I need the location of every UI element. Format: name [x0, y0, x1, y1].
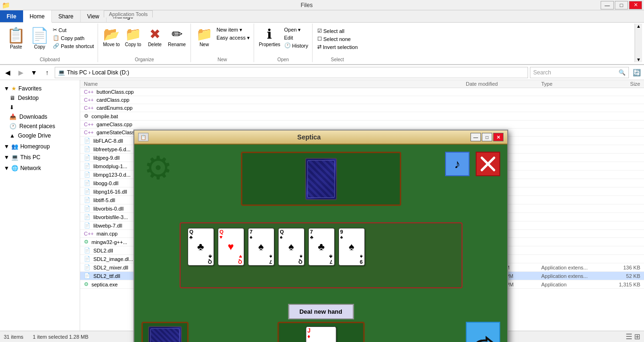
file-exe-icon: ⚙: [84, 281, 89, 287]
select-all-button[interactable]: ☑ Select all: [315, 27, 360, 34]
open-small-buttons: Open ▾ Edit 🕐 History: [283, 25, 309, 49]
cut-icon: ✂: [53, 27, 57, 33]
this-pc-header[interactable]: ▼ 💻 This PC: [0, 151, 80, 162]
file-row[interactable]: C++gameClass.cpp: [80, 121, 644, 129]
invert-selection-button[interactable]: ⇄ Invert selection: [315, 43, 360, 50]
window-controls: — □ ✕: [601, 1, 642, 9]
delete-button[interactable]: ✖ Delete: [144, 25, 165, 48]
select-none-button[interactable]: ☐ Select none: [315, 35, 360, 42]
game-maximize-button[interactable]: □: [482, 133, 492, 141]
sidebar-item-recent[interactable]: 🕐 Recent places: [0, 122, 80, 131]
search-bar[interactable]: Search 🔍: [530, 67, 629, 78]
sidebar-item-gdrive[interactable]: ▲ Google Drive: [0, 131, 80, 140]
scroll-down-btn[interactable]: ▼: [635, 57, 642, 62]
rename-button[interactable]: ✏ Rename: [166, 25, 188, 48]
undo-button[interactable]: [466, 322, 500, 342]
file-cpp-icon: C++: [84, 97, 94, 103]
game-system-menu[interactable]: 📋: [138, 133, 149, 141]
file-row[interactable]: C++cardClass.cpp: [80, 96, 644, 104]
sidebar-item-downloads[interactable]: ⬇: [0, 103, 80, 112]
file-dll-icon: 📄: [84, 197, 91, 203]
history-button[interactable]: 🕐 History: [283, 42, 309, 49]
properties-button[interactable]: ℹ Properties: [257, 25, 282, 48]
homegroup-header[interactable]: ▼ 👥 Homegroup: [0, 140, 80, 151]
move-to-label: Move to: [103, 42, 120, 47]
minimize-button[interactable]: —: [601, 1, 614, 9]
card-rank-top: 9♠: [340, 229, 363, 240]
easy-access-button[interactable]: Easy access ▾: [215, 34, 251, 41]
up-button[interactable]: ↑: [41, 67, 53, 78]
gear-icon[interactable]: ⚙: [144, 152, 173, 184]
copy-to-button[interactable]: 📁 Copy to: [123, 25, 143, 48]
card-9-spades[interactable]: 9♠ 9♠ ♠: [339, 228, 365, 266]
edit-button[interactable]: Edit: [283, 34, 309, 41]
favorites-header[interactable]: ▼ ★ Favorites: [0, 84, 80, 93]
tab-view[interactable]: View: [81, 10, 107, 22]
copy-button[interactable]: 📄 Copy: [28, 25, 51, 50]
played-card-j-diamonds: J♦ J♦ ♦: [305, 326, 336, 342]
card-rank-bottom: Q♣: [208, 254, 212, 264]
game-close-button[interactable]: ✕: [493, 133, 504, 141]
breadcrumb[interactable]: 💻 This PC › Local Disk (D:): [55, 67, 528, 78]
scroll-up-btn[interactable]: ▲: [635, 24, 642, 29]
deck-card-pattern: [150, 328, 180, 342]
recent-locations-button[interactable]: ▼: [28, 67, 40, 78]
organize-group: 📂 Move to 📁 Copy to ✖ Delete ✏ Rename Or…: [98, 24, 191, 62]
downloads-icon: ⬇: [9, 104, 14, 111]
paste-shortcut-icon: 🔗: [53, 43, 59, 49]
col-name-header: Name: [84, 81, 466, 87]
clipboard-group-label: Clipboard: [5, 57, 95, 62]
move-to-icon: 📂: [103, 26, 120, 42]
file-row[interactable]: C++buttonClass.cpp: [80, 88, 644, 96]
close-button[interactable]: ✕: [629, 1, 642, 9]
move-to-button[interactable]: 📂 Move to: [101, 25, 122, 48]
new-folder-button[interactable]: 📁 New: [194, 25, 215, 48]
network-icon: 🌐: [11, 165, 18, 171]
sidebar-item-desktop[interactable]: 🖥 Desktop: [0, 93, 80, 103]
sidebar-item-downloads-link[interactable]: 📥 Downloads: [0, 112, 80, 122]
ribbon-scrollbar[interactable]: ▲ ▼: [635, 24, 642, 62]
file-type-icon: C++: [84, 89, 94, 95]
deal-new-hand-button[interactable]: Deal new hand: [288, 304, 354, 319]
forward-button[interactable]: ▶: [15, 67, 26, 78]
card-7-clubs[interactable]: 7♣ 7♣ ♣: [308, 228, 335, 266]
paste-shortcut-button[interactable]: 🔗 Paste shortcut: [52, 42, 95, 49]
clipboard-buttons: 📋 Paste 📄 Copy ✂ Cut 📋 Copy path: [5, 24, 95, 57]
card-rank-top: Q♥: [220, 229, 242, 240]
card-q-clubs[interactable]: Q♣ Q♣ ♣: [188, 228, 214, 266]
card-q-spades[interactable]: Q♠ Q♠ ♠: [278, 228, 305, 266]
select-group-label: Select: [315, 57, 360, 62]
refresh-button[interactable]: 🔄: [631, 67, 642, 78]
tab-home[interactable]: Home: [23, 10, 52, 23]
grid-view-button[interactable]: ⊞: [634, 332, 640, 341]
music-button[interactable]: ♪: [445, 152, 470, 176]
back-button[interactable]: ◀: [2, 67, 13, 78]
game-minimize-button[interactable]: —: [471, 133, 481, 141]
maximize-button[interactable]: □: [615, 1, 628, 9]
card-rank-top: Q♠: [280, 229, 303, 240]
file-cpp-icon: C++: [84, 105, 94, 111]
new-group-label: New: [194, 57, 251, 62]
open-button[interactable]: Open ▾: [283, 26, 309, 33]
file-name-cell: C++gameClass.cpp: [84, 122, 466, 127]
clipboard-group: 📋 Paste 📄 Copy ✂ Cut 📋 Copy path: [2, 24, 98, 62]
homegroup-arrow-icon: ▼: [4, 143, 9, 150]
file-row[interactable]: C++cardEnums.cpp: [80, 104, 644, 112]
list-view-button[interactable]: ☰: [626, 332, 632, 341]
card-7-spades[interactable]: 7♠ 7♠ ♠: [248, 228, 274, 266]
card-q-hearts[interactable]: Q♥ Q♥ ♥: [218, 228, 244, 266]
opponent-card-area: [241, 152, 401, 206]
cut-button[interactable]: ✂ Cut: [52, 26, 95, 33]
file-row[interactable]: ⚙compile.bat: [80, 112, 644, 121]
copy-path-button[interactable]: 📋 Copy path: [52, 34, 95, 41]
card-rank-top: 7♠: [250, 229, 272, 240]
tab-file[interactable]: File: [0, 10, 23, 22]
copy-path-label: Copy path: [61, 35, 84, 41]
sound-off-button[interactable]: [476, 152, 500, 176]
select-group: ☑ Select all ☐ Select none ⇄ Invert sele…: [313, 24, 363, 62]
file-bat-icon: ⚙: [84, 113, 89, 119]
network-header[interactable]: ▼ 🌐 Network: [0, 162, 80, 173]
tab-share[interactable]: Share: [52, 10, 81, 22]
paste-button[interactable]: 📋 Paste: [5, 25, 27, 50]
new-item-button[interactable]: New item ▾: [215, 26, 251, 33]
